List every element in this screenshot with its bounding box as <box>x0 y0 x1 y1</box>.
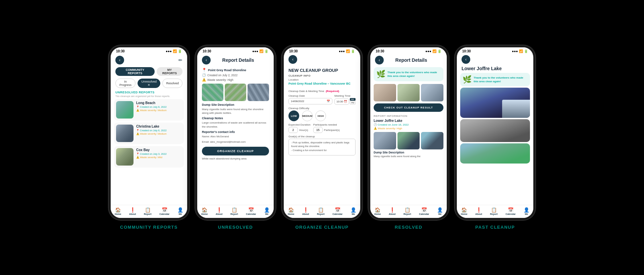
checkout-button[interactable]: CHECK OUT CLEANUP RESULT <box>374 103 443 112</box>
nav-me-4[interactable]: 👤 Me <box>437 207 443 215</box>
nav-about-1[interactable]: ❗ About <box>129 207 136 215</box>
report-card-cox-bay[interactable]: Cox Bay 📍 Created on July 3, 2022 ⚠️ Was… <box>114 146 184 168</box>
screen-label-1: COMMUNITY REPORTS <box>120 225 178 230</box>
nav-home-5[interactable]: 🏠 Home <box>461 207 467 215</box>
am-label[interactable]: AM <box>350 98 356 101</box>
organize-button[interactable]: ORGANIZE CLEANUP <box>202 147 269 155</box>
nav-home-1[interactable]: 🏠 Home <box>115 207 121 215</box>
edit-icon-1[interactable]: ✏ <box>178 57 182 63</box>
notes-title-2: Cleanup Notes <box>202 117 269 120</box>
filter-unresolved[interactable]: Unresolved ✕ <box>138 79 160 88</box>
report-thumb-christina <box>116 125 133 142</box>
nav-report-2[interactable]: 📋 Report <box>230 207 238 215</box>
about-label-4: About <box>389 213 395 215</box>
nav-about-2[interactable]: ❗ About <box>216 207 222 215</box>
photo-4-3 <box>421 84 443 101</box>
phone-organize: 10:30 ●●● 📶 🔋 ‹ NEW CLEANUP GROUP CLEANU… <box>282 45 362 230</box>
time-input[interactable]: 10:30 ⏰ <box>334 98 349 105</box>
duration-input[interactable] <box>288 127 298 133</box>
about-icon-4: ❗ <box>389 207 395 213</box>
report-label-3: Report <box>317 213 325 215</box>
back-button-2[interactable]: ‹ <box>202 56 211 64</box>
phone-frame-4: 10:30 ●●● 📶 🔋 ‹ Report Details 🌿 Thank y… <box>368 45 449 220</box>
report-date-2: 📍 Created on July 3, 2022 <box>136 152 182 155</box>
nav-calendar-5[interactable]: 📅 Calendar <box>505 207 516 215</box>
participants-input[interactable] <box>313 127 323 133</box>
nav-report-5[interactable]: 📋 Report <box>490 207 498 215</box>
wifi-icon-3: 📶 <box>346 49 350 53</box>
home-icon-4: 🏠 <box>375 207 380 213</box>
filter-in-progress[interactable]: In Progress <box>115 79 136 88</box>
report-card-christina[interactable]: Christina Lake 📍 Created on July 6, 2022… <box>114 123 184 144</box>
s5-thank-box: 🌿 Thank you to the volunteers who made t… <box>460 73 530 86</box>
participants-col: Participants needed Participant(s) <box>313 123 340 133</box>
detail-location: 📍 Point Grey Road Shoreline <box>202 68 269 72</box>
battery-icon-4: 🔋 <box>437 49 441 53</box>
sev-text: Waste severity: High <box>207 78 233 82</box>
nav-home-2[interactable]: 🏠 Home <box>201 207 208 215</box>
volunteer-icon: 🌿 <box>376 70 385 79</box>
back-button-1[interactable]: ‹ <box>115 56 124 64</box>
s2-header: ‹ Report Details <box>197 54 274 66</box>
nav-me-2[interactable]: 👤 Me <box>264 207 270 215</box>
diff-medium-btn[interactable]: MEDIUM <box>302 110 313 121</box>
dur-part-row: Expected Duration Hour(s) Participants n… <box>288 123 356 133</box>
nav-me-5[interactable]: 👤 Me <box>524 207 529 215</box>
s5-title: Lower Joffre Lake <box>457 64 533 72</box>
nav-calendar-4[interactable]: 📅 Calendar <box>419 207 429 215</box>
nav-report-1[interactable]: 📋 Report <box>144 207 152 215</box>
footer-note-2: While each abandoned dumping area <box>202 157 269 161</box>
nav-calendar-2[interactable]: 📅 Calendar <box>246 207 256 215</box>
photo-1-2 <box>202 84 223 101</box>
battery-icon-2: 🔋 <box>264 49 268 53</box>
report-sev-0: ⚠️ Waste severity: Medium <box>136 109 182 112</box>
screen-label-3: ORGANIZE CLEANUP <box>295 225 348 230</box>
home-label-4: Home <box>374 213 381 215</box>
pin-icon-0: 📍 <box>136 105 139 108</box>
nav-report-4[interactable]: 📋 Report <box>404 207 411 215</box>
time-input-row: 10:30 ⏰ AM PM <box>334 98 356 105</box>
signal-icon-5: ●●● <box>512 49 518 53</box>
nav-about-3[interactable]: ❗ About <box>302 207 309 215</box>
filter-resolved[interactable]: Resolved <box>162 79 182 88</box>
phone-frame-3: 10:30 ●●● 📶 🔋 ‹ NEW CLEANUP GROUP CLEANU… <box>282 45 362 220</box>
volunteer-icon-5: 🌿 <box>463 75 472 84</box>
bottom-nav-3: 🏠 Home ❗ About 📋 Report 📅 Calendar <box>284 205 360 218</box>
status-icons-2: ●●● 📶 🔋 <box>252 49 268 53</box>
about-label-2: About <box>216 213 222 215</box>
nav-calendar-1[interactable]: 📅 Calendar <box>159 207 169 215</box>
s3-content: NEW CLEANUP GROUP CLEANUP INFO Location … <box>284 65 360 205</box>
diff-low-btn[interactable]: LOW <box>288 110 299 121</box>
signal-icon-2: ●●● <box>252 49 258 53</box>
me-icon-2: 👤 <box>264 207 270 213</box>
goals-input[interactable]: - Pick up bottles, disposable cutlery an… <box>288 139 356 155</box>
nav-me-1[interactable]: 👤 Me <box>177 207 183 215</box>
s3-big-title: NEW CLEANUP GROUP <box>288 68 356 73</box>
about-label-1: About <box>129 213 136 215</box>
screen-label-4: RESOLVED <box>395 225 423 230</box>
tab-my-reports[interactable]: MY REPORTS <box>157 67 182 76</box>
back-button-3[interactable]: ‹ <box>288 55 297 64</box>
cleanup-date-col: Cleanup Date 14/08/2022 📅 <box>288 94 332 105</box>
nav-about-4[interactable]: ❗ About <box>389 207 395 215</box>
difficulty-row: LOW MEDIUM HIGH <box>288 110 356 121</box>
ri-sev: ⚠️ Waste severity: High <box>374 127 443 130</box>
report-card-long-beach[interactable]: Long Beach 📍 Created on July 8, 2022 ⚠️ … <box>114 99 184 121</box>
back-button-4[interactable]: ‹ <box>375 56 384 64</box>
screen-label-5: PAST CLEANUP <box>475 225 515 230</box>
nav-report-3[interactable]: 📋 Report <box>317 207 325 215</box>
back-button-5[interactable]: ‹ <box>462 55 470 64</box>
pm-label[interactable]: PM <box>350 101 356 104</box>
tab-community[interactable]: COMMUNITY REPORTS <box>115 67 155 76</box>
date-req-row: Cleanup Date & Meeting Time (Required) <box>288 87 356 93</box>
diff-high-btn[interactable]: HIGH <box>315 110 326 121</box>
am-pm-toggle[interactable]: AM PM <box>350 98 356 105</box>
nav-home-4[interactable]: 🏠 Home <box>374 207 381 215</box>
nav-home-3[interactable]: 🏠 Home <box>288 207 294 215</box>
report-sev-1: ⚠️ Waste severity: Medium <box>136 132 182 135</box>
nav-calendar-3[interactable]: 📅 Calendar <box>332 207 342 215</box>
report-icon-5: 📋 <box>491 207 497 213</box>
nav-about-5[interactable]: ❗ About <box>475 207 482 215</box>
date-input[interactable]: 14/08/2022 📅 <box>288 98 332 104</box>
nav-me-3[interactable]: 👤 Me <box>351 207 356 215</box>
